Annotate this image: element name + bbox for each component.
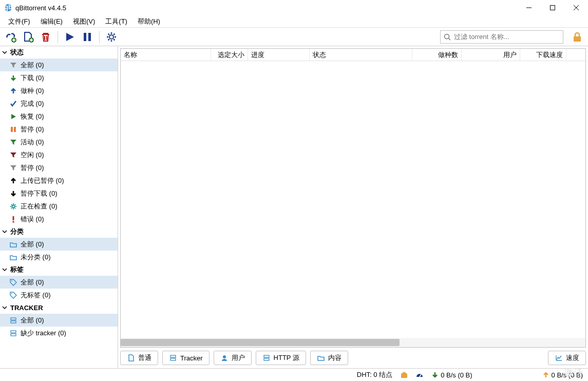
upload-speed[interactable]: 0 B/s (0 B) bbox=[542, 371, 583, 379]
svg-line-31 bbox=[15, 204, 15, 204]
filter-item[interactable]: 无标签 (0) bbox=[0, 289, 118, 301]
chevron-down-icon bbox=[2, 267, 8, 272]
section-header[interactable]: 状态 bbox=[0, 46, 118, 59]
sidebar: 状态全部 (0)下载 (0)做种 (0)完成 (0)恢复 (0)暂停 (0)活动… bbox=[0, 46, 118, 368]
svg-point-43 bbox=[223, 355, 226, 358]
filter-item[interactable]: 缺少 tracker (0) bbox=[0, 327, 118, 339]
menu-file[interactable]: 文件(F) bbox=[3, 16, 35, 27]
funnel-gray-icon bbox=[9, 61, 17, 69]
filter-item[interactable]: 未分类 (0) bbox=[0, 251, 118, 263]
window-title: qBittorrent v4.4.5 bbox=[15, 4, 517, 12]
add-file-button[interactable] bbox=[21, 29, 36, 45]
tab-普通[interactable]: 普通 bbox=[120, 351, 158, 365]
search-icon bbox=[444, 33, 451, 41]
settings-button[interactable] bbox=[104, 29, 119, 45]
maximize-button[interactable] bbox=[541, 0, 564, 15]
torrent-table[interactable]: 名称选定大小进度状态做种数用户下载速度 bbox=[120, 48, 586, 348]
filter-item[interactable]: 全部 (0) bbox=[0, 276, 118, 289]
filter-item[interactable]: 上传已暂停 (0) bbox=[0, 174, 118, 187]
column-header[interactable]: 做种数 bbox=[412, 49, 462, 61]
section-header[interactable]: TRACKER bbox=[0, 301, 118, 314]
pause-button[interactable] bbox=[80, 29, 95, 45]
filter-item[interactable]: 正在检查 (0) bbox=[0, 200, 118, 213]
filter-item[interactable]: 暂停下载 (0) bbox=[0, 187, 118, 200]
funnel-red-icon bbox=[9, 151, 17, 159]
filter-item[interactable]: 恢复 (0) bbox=[0, 110, 118, 123]
menu-edit[interactable]: 编辑(E) bbox=[35, 16, 68, 27]
filter-label: 做种 (0) bbox=[21, 86, 44, 96]
filter-item[interactable]: 下载 (0) bbox=[0, 71, 118, 84]
user-icon bbox=[220, 354, 229, 362]
play-green-icon bbox=[9, 112, 17, 121]
separator bbox=[58, 31, 58, 43]
section-header[interactable]: 标签 bbox=[0, 263, 118, 276]
menu-help[interactable]: 帮助(H) bbox=[132, 16, 165, 27]
lock-button[interactable] bbox=[570, 29, 585, 45]
svg-line-16 bbox=[113, 39, 115, 40]
section-header[interactable]: 分类 bbox=[0, 225, 118, 238]
filter-search-box[interactable] bbox=[440, 30, 563, 44]
firewall-status[interactable] bbox=[401, 371, 408, 378]
resume-button[interactable] bbox=[62, 29, 78, 45]
horizontal-scrollbar[interactable] bbox=[121, 338, 585, 347]
svg-point-10 bbox=[109, 35, 113, 39]
tab-内容[interactable]: 内容 bbox=[310, 351, 348, 365]
svg-rect-33 bbox=[13, 216, 14, 220]
filter-item[interactable]: 暂停 (0) bbox=[0, 161, 118, 174]
svg-rect-34 bbox=[13, 221, 14, 222]
filter-label: 上传已暂停 (0) bbox=[21, 176, 64, 185]
tab-tracker[interactable]: Tracker bbox=[162, 351, 210, 365]
filter-item[interactable]: 全部 (0) bbox=[0, 238, 118, 251]
speed-limit-status[interactable] bbox=[416, 371, 423, 378]
gear-teal-icon bbox=[9, 202, 17, 211]
column-header[interactable]: 名称 bbox=[121, 49, 211, 61]
filter-label: 全部 (0) bbox=[21, 278, 44, 287]
close-button[interactable] bbox=[564, 0, 588, 15]
column-header[interactable]: 状态 bbox=[310, 49, 412, 61]
column-header[interactable]: 用户 bbox=[462, 49, 520, 61]
arrow-down-green-icon bbox=[9, 74, 17, 82]
filter-item[interactable]: 全部 (0) bbox=[0, 314, 118, 327]
svg-rect-37 bbox=[11, 318, 16, 320]
filter-label: 暂停下载 (0) bbox=[21, 189, 58, 198]
dht-label: DHT: 0 结点 bbox=[357, 370, 392, 379]
arrow-down-black-icon bbox=[9, 189, 17, 198]
delete-button[interactable] bbox=[38, 29, 53, 45]
column-header[interactable]: 进度 bbox=[248, 49, 310, 61]
filter-item[interactable]: 做种 (0) bbox=[0, 84, 118, 97]
app-icon: qb bbox=[4, 4, 12, 12]
main-area: 名称选定大小进度状态做种数用户下载速度 普通Tracker用户HTTP 源内容 … bbox=[118, 46, 588, 368]
folder-blue-icon bbox=[9, 240, 17, 249]
svg-line-17 bbox=[113, 33, 115, 34]
menu-view[interactable]: 视图(V) bbox=[68, 16, 100, 27]
filter-label: 全部 (0) bbox=[21, 240, 44, 249]
add-link-button[interactable] bbox=[3, 29, 18, 45]
toolbar bbox=[0, 28, 588, 46]
tab-http-源[interactable]: HTTP 源 bbox=[256, 351, 306, 365]
tag-blue-icon bbox=[9, 278, 17, 287]
filter-label: 全部 (0) bbox=[21, 61, 44, 70]
filter-item[interactable]: 空闲 (0) bbox=[0, 148, 118, 161]
section-title: TRACKER bbox=[10, 304, 43, 312]
filter-label: 暂停 (0) bbox=[21, 163, 44, 173]
column-header[interactable]: 下载速度 bbox=[520, 49, 566, 61]
filter-item[interactable]: 暂停 (0) bbox=[0, 123, 118, 136]
column-header[interactable]: 选定大小 bbox=[211, 49, 248, 61]
tab-label: HTTP 源 bbox=[274, 353, 299, 363]
tab-用户[interactable]: 用户 bbox=[214, 351, 252, 365]
arrow-up-black-icon bbox=[9, 177, 17, 185]
tab-speed[interactable]: 速度 bbox=[548, 351, 586, 365]
filter-item[interactable]: 活动 (0) bbox=[0, 136, 118, 148]
filter-item[interactable]: 完成 (0) bbox=[0, 97, 118, 110]
minimize-button[interactable] bbox=[517, 0, 541, 15]
svg-rect-22 bbox=[11, 127, 13, 132]
filter-item[interactable]: 错误 (0) bbox=[0, 213, 118, 225]
menu-tools[interactable]: 工具(T) bbox=[100, 16, 132, 27]
exclaim-red-icon bbox=[9, 215, 17, 223]
svg-rect-23 bbox=[14, 127, 16, 132]
title-bar: qb qBittorrent v4.4.5 bbox=[0, 0, 588, 15]
svg-rect-45 bbox=[264, 358, 269, 360]
filter-input[interactable] bbox=[454, 33, 560, 41]
filter-item[interactable]: 全部 (0) bbox=[0, 59, 118, 71]
download-speed[interactable]: 0 B/s (0 B) bbox=[431, 371, 472, 379]
